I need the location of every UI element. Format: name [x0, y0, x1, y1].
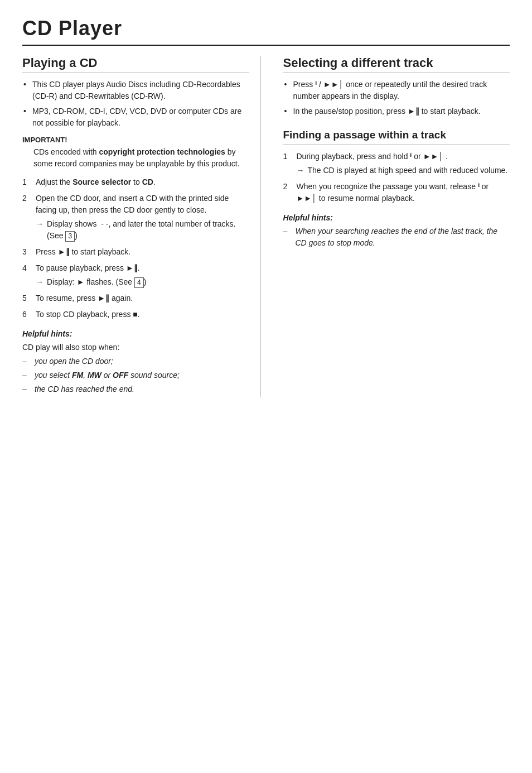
playing-steps: 1 Adjust the Source selector to CD. 2 Op… — [22, 176, 249, 320]
step-2: 2 Open the CD door, and insert a CD with… — [22, 193, 249, 242]
important-label: IMPORTANT! — [22, 136, 249, 144]
helpful-hints-label-left: Helpful hints: — [22, 329, 249, 338]
helpful-hints-label-right: Helpful hints: — [283, 213, 510, 222]
important-block: CDs encoded with copyright protection te… — [33, 146, 249, 170]
hint-item: – you open the CD door; — [22, 356, 249, 367]
find-step-2: 2 When you recognize the passage you wan… — [283, 181, 510, 204]
finding-steps: 1 During playback, press and hold ᑊ or ►… — [283, 151, 510, 204]
bullet-item: In the pause/stop position, press ►‖ to … — [283, 105, 510, 117]
find-step-1-note: → The CD is played at high speed and wit… — [297, 165, 510, 176]
bullet-item: Press ᑊ / ►►│ once or repeatedly until t… — [283, 79, 510, 102]
hint-item: – When your searching reaches the end of… — [283, 225, 510, 249]
title-divider — [22, 45, 510, 46]
hint-item: – you select FM, MW or OFF sound source; — [22, 369, 249, 381]
step-4: 4 To pause playback, press ►‖. → Display… — [22, 262, 249, 288]
finding-passage-title: Finding a passage within a track — [283, 128, 510, 145]
hints-list-right: – When your searching reaches the end of… — [283, 225, 510, 249]
step-6: 6 To stop CD playback, press ■. — [22, 309, 249, 320]
page-title: CD Player — [22, 17, 510, 40]
bullet-item: This CD player plays Audio Discs includi… — [22, 79, 249, 102]
step-5: 5 To resume, press ►‖ again. — [22, 292, 249, 304]
left-column: Playing a CD This CD player plays Audio … — [22, 56, 261, 397]
important-text: CDs encoded with copyright protection te… — [33, 147, 240, 168]
hints-intro: CD play will also stop when: — [22, 342, 249, 353]
selecting-track-bullets: Press ᑊ / ►►│ once or repeatedly until t… — [283, 79, 510, 117]
step-1: 1 Adjust the Source selector to CD. — [22, 176, 249, 188]
step-3: 3 Press ►‖ to start playback. — [22, 246, 249, 258]
playing-cd-title: Playing a CD — [22, 56, 249, 73]
selecting-track-title: Selecting a different track — [283, 56, 510, 73]
bullet-item: MP3, CD-ROM, CD-I, CDV, VCD, DVD or comp… — [22, 105, 249, 129]
hint-item: – the CD has reached the end. — [22, 383, 249, 395]
right-column: Selecting a different track Press ᑊ / ►►… — [278, 56, 510, 397]
hints-list-left: – you open the CD door; – you select FM,… — [22, 356, 249, 395]
step-2-note: → Display shows - -, and later the total… — [36, 218, 249, 242]
playing-cd-bullets: This CD player plays Audio Discs includi… — [22, 79, 249, 129]
main-content: Playing a CD This CD player plays Audio … — [22, 56, 510, 397]
step-4-note: → Display: ► flashes. (See 4) — [36, 276, 249, 288]
find-step-1: 1 During playback, press and hold ᑊ or ►… — [283, 151, 510, 176]
